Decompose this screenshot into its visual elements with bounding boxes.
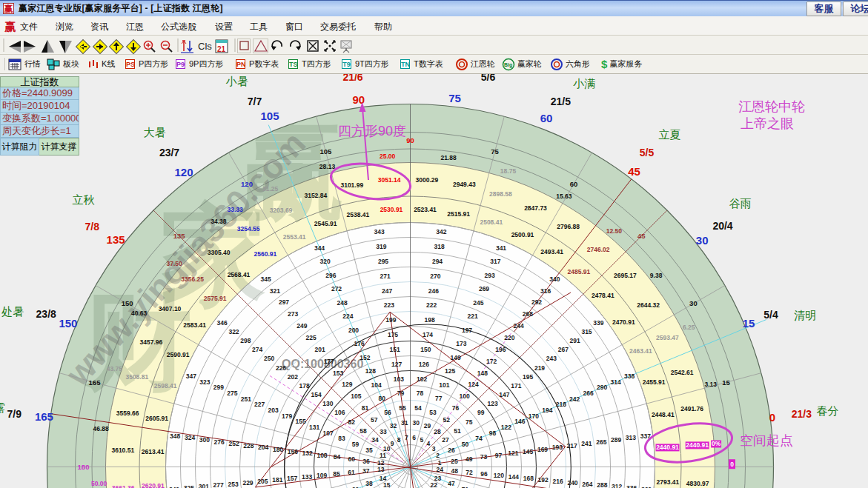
svg-text:11: 11 — [380, 452, 386, 459]
svg-text:33.33: 33.33 — [227, 206, 243, 213]
svg-text:江恩轮中轮: 江恩轮中轮 — [738, 99, 805, 114]
svg-text:172: 172 — [486, 358, 497, 365]
svg-text:2470.91: 2470.91 — [612, 318, 635, 326]
svg-text:3559.66: 3559.66 — [116, 410, 139, 417]
svg-text:60: 60 — [348, 455, 355, 463]
svg-text:5: 5 — [420, 436, 423, 444]
svg-text:107: 107 — [323, 429, 334, 437]
svg-text:316: 316 — [540, 287, 551, 295]
svg-text:59: 59 — [352, 441, 360, 448]
svg-text:13: 13 — [377, 466, 385, 473]
svg-text:156: 156 — [288, 448, 298, 455]
svg-text:123: 123 — [488, 400, 498, 407]
svg-text:小满: 小满 — [572, 77, 595, 90]
svg-text:291: 291 — [570, 337, 580, 344]
svg-text:297: 297 — [279, 298, 289, 306]
svg-text:23: 23 — [434, 475, 442, 482]
svg-text:7: 7 — [405, 434, 408, 441]
svg-text:21/3: 21/3 — [792, 408, 812, 420]
svg-text:313: 313 — [626, 434, 636, 441]
svg-text:151: 151 — [390, 346, 400, 353]
svg-text:177: 177 — [324, 358, 334, 365]
svg-text:37.50: 37.50 — [167, 260, 183, 267]
svg-text:56: 56 — [384, 409, 391, 416]
svg-text:105: 105 — [260, 110, 279, 122]
svg-text:299: 299 — [213, 384, 224, 391]
svg-text:129: 129 — [342, 381, 352, 388]
svg-text:124: 124 — [468, 381, 479, 388]
svg-text:202: 202 — [288, 373, 298, 381]
svg-text:181: 181 — [272, 476, 282, 484]
svg-text:320: 320 — [320, 258, 331, 265]
svg-text:2898.58: 2898.58 — [489, 190, 512, 198]
svg-text:224: 224 — [342, 312, 353, 320]
svg-text:125: 125 — [445, 367, 455, 375]
svg-text:171: 171 — [511, 382, 521, 390]
svg-text:2448.41: 2448.41 — [652, 411, 675, 418]
svg-text:96: 96 — [480, 470, 488, 478]
svg-text:2568.41: 2568.41 — [228, 271, 251, 278]
svg-text:78: 78 — [417, 390, 424, 397]
svg-text:80: 80 — [378, 395, 385, 402]
svg-text:32: 32 — [390, 422, 397, 429]
svg-text:Cls: Cls — [198, 41, 212, 52]
svg-text:4830.97: 4830.97 — [686, 480, 709, 487]
svg-text:218: 218 — [556, 401, 566, 408]
svg-text:2515.91: 2515.91 — [447, 210, 470, 218]
svg-text:340: 340 — [549, 275, 560, 283]
svg-text:242: 242 — [569, 395, 580, 403]
svg-text:7/8: 7/8 — [85, 221, 100, 233]
svg-text:15.63: 15.63 — [556, 193, 572, 200]
svg-text:2491.76: 2491.76 — [680, 405, 703, 412]
svg-text:2605.91: 2605.91 — [145, 415, 168, 422]
svg-text:271: 271 — [380, 273, 391, 280]
svg-text:2508.41: 2508.41 — [480, 218, 503, 226]
svg-text:135: 135 — [173, 232, 186, 240]
svg-text:243: 243 — [546, 355, 557, 362]
svg-text:61: 61 — [348, 469, 355, 476]
svg-text:3661.36: 3661.36 — [112, 484, 135, 488]
svg-text:7/7: 7/7 — [248, 96, 262, 107]
svg-text:21/5: 21/5 — [551, 96, 571, 107]
svg-text:处暑: 处暑 — [1, 305, 24, 318]
svg-text:133: 133 — [302, 473, 312, 481]
svg-text:43.75: 43.75 — [107, 365, 123, 372]
svg-text:0: 0 — [730, 461, 734, 468]
svg-text:147: 147 — [499, 391, 509, 398]
svg-text:4: 4 — [427, 440, 431, 447]
svg-text:249: 249 — [296, 322, 307, 330]
svg-text:2538.41: 2538.41 — [347, 211, 370, 218]
svg-text:344: 344 — [314, 244, 325, 252]
svg-text:15: 15 — [383, 481, 391, 488]
svg-text:2575.91: 2575.91 — [204, 295, 227, 302]
svg-text:292: 292 — [531, 298, 542, 306]
svg-text:30: 30 — [696, 234, 709, 247]
svg-text:72: 72 — [466, 469, 473, 476]
svg-text:144: 144 — [508, 473, 519, 481]
svg-text:3: 3 — [432, 445, 436, 452]
svg-text:322: 322 — [228, 328, 239, 335]
svg-text:145: 145 — [523, 448, 533, 455]
svg-text:217: 217 — [567, 442, 577, 449]
svg-text:30: 30 — [689, 299, 698, 307]
svg-text:301: 301 — [199, 483, 209, 488]
svg-text:3152.84: 3152.84 — [304, 192, 327, 199]
svg-text:180: 180 — [273, 446, 283, 453]
svg-text:272: 272 — [331, 285, 342, 293]
svg-text:250: 250 — [264, 355, 274, 362]
svg-text:174: 174 — [423, 331, 433, 338]
svg-text:35: 35 — [365, 447, 373, 454]
svg-text:3203.69: 3203.69 — [270, 207, 293, 214]
svg-text:341: 341 — [496, 244, 506, 252]
svg-text:12.50: 12.50 — [606, 227, 623, 235]
svg-text:106: 106 — [334, 409, 345, 416]
svg-text:26: 26 — [448, 447, 455, 454]
svg-text:15: 15 — [722, 378, 730, 387]
svg-text:3508.81: 3508.81 — [125, 373, 148, 381]
svg-text:193: 193 — [552, 444, 563, 451]
svg-text:5/4: 5/4 — [763, 309, 778, 321]
svg-text:216: 216 — [553, 478, 563, 485]
svg-text:122: 122 — [501, 424, 511, 431]
svg-text:154: 154 — [311, 391, 322, 398]
svg-text:37: 37 — [362, 467, 370, 475]
